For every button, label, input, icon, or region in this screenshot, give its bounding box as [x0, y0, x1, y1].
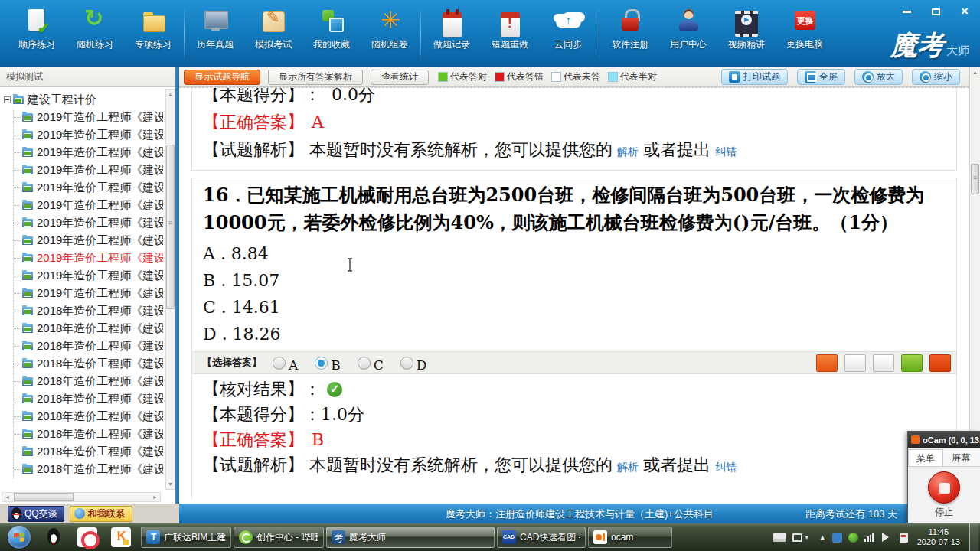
scroll-up-arrow[interactable]: ▲	[166, 90, 175, 99]
toolbar-item-practice-record[interactable]: 做题记录	[423, 5, 481, 51]
report-error-link[interactable]: 纠错	[715, 145, 737, 158]
ocam-stop-button[interactable]	[928, 471, 960, 504]
provide-analysis-link[interactable]: 解析	[617, 145, 639, 158]
scrollbar-thumb[interactable]	[14, 493, 74, 501]
close-button[interactable]: ×	[956, 5, 974, 18]
tree-item[interactable]: 2019年造价工程师《建设	[14, 267, 163, 285]
show-nav-button[interactable]: 显示试题导航	[184, 70, 260, 85]
tree-item[interactable]: 2019年造价工程师《建设	[14, 214, 163, 232]
view-control-button[interactable]: 打印试题	[721, 69, 788, 85]
taskbar-task-button[interactable]: ocam	[588, 527, 672, 548]
hidden-icons-arrow[interactable]: ▲	[819, 533, 826, 541]
tree-root-item[interactable]: 建设工程计价	[3, 90, 163, 109]
toolbar-item-sequence-practice[interactable]: 顺序练习	[8, 5, 66, 51]
taskbar-task-button[interactable]: CAD快速看图 - ...	[497, 527, 586, 548]
taskbar-task-button[interactable]: 创作中心 - 哔哩...	[234, 527, 324, 548]
question-action-button[interactable]	[929, 354, 951, 372]
scrollbar-thumb[interactable]	[971, 164, 979, 194]
tree-item[interactable]: 2018年造价工程师《建设	[14, 302, 163, 320]
tree-item[interactable]: 2018年造价工程师《建设	[14, 373, 163, 390]
collapse-icon[interactable]	[4, 96, 11, 103]
tree-item[interactable]: 2019年造价工程师《建设	[14, 126, 163, 144]
question-action-button[interactable]	[901, 354, 923, 372]
answer-radio[interactable]: D	[400, 357, 427, 370]
tree-horizontal-scrollbar[interactable]: ◄ ►	[2, 492, 161, 502]
answer-radio[interactable]: A	[273, 357, 298, 370]
start-button[interactable]	[8, 526, 31, 549]
scroll-right-arrow[interactable]: ►	[150, 494, 160, 500]
toolbar-item-mock-exam[interactable]: 模拟考试	[244, 5, 302, 51]
tree-item[interactable]: 2019年造价工程师《建设	[14, 161, 163, 179]
tree-item[interactable]: 2019年造价工程师《建设	[14, 249, 163, 267]
qq-chat-button[interactable]: QQ交谈	[8, 506, 64, 522]
view-stats-button[interactable]: 查看统计	[371, 70, 429, 85]
show-answers-button[interactable]: 显示所有答案解析	[268, 70, 363, 85]
ocam-title-bar[interactable]: oCam (0, 0, 13	[908, 432, 980, 448]
view-control-button[interactable]: 放大	[854, 69, 903, 85]
provide-analysis-link[interactable]: 解析	[617, 461, 639, 473]
ocam-menu-button[interactable]: 菜单	[908, 449, 943, 466]
toolbar-item-past-papers[interactable]: 历年真题	[186, 5, 244, 51]
contact-me-button[interactable]: 和我联系	[70, 506, 132, 522]
input-method-icon[interactable]	[792, 533, 802, 542]
answer-radio[interactable]: C	[358, 357, 384, 370]
tree-vertical-scrollbar[interactable]: ▲ ▼	[165, 89, 175, 490]
security-tray-icon[interactable]	[848, 533, 858, 543]
answer-radio[interactable]: B	[315, 357, 341, 370]
tree-item[interactable]: 2018年造价工程师《建设	[14, 355, 163, 373]
toolbar-item-user-center[interactable]: 用户中心	[659, 5, 717, 51]
tree-item[interactable]: 2018年造价工程师《建设	[14, 390, 163, 408]
tree-item[interactable]: 2018年造价工程师《建设	[14, 461, 163, 478]
radio-icon	[315, 357, 328, 370]
tree-item[interactable]: 2019年造价工程师《建设	[14, 197, 163, 214]
minimize-button[interactable]	[897, 5, 916, 18]
toolbar-item-cloud-sync[interactable]: 云同步	[539, 5, 597, 51]
toolbar-item-video-lectures[interactable]: 视频精讲	[717, 5, 776, 51]
scroll-up-arrow[interactable]: ▲	[970, 67, 980, 78]
maximize-button[interactable]	[926, 5, 945, 18]
toolbar-item-random-practice[interactable]: 随机练习	[66, 5, 124, 51]
keyboard-icon[interactable]	[773, 533, 786, 542]
qq-taskbar-icon[interactable]	[44, 527, 64, 547]
input-caret-icon[interactable]: ▾	[805, 534, 808, 541]
action-center-icon[interactable]	[900, 533, 908, 543]
question-action-button[interactable]	[816, 354, 838, 372]
tree-item[interactable]: 2019年造价工程师《建设	[14, 144, 163, 161]
tree-item[interactable]: 2018年造价工程师《建设	[14, 408, 163, 425]
volume-icon[interactable]	[882, 533, 893, 542]
toolbar-item-register[interactable]: 软件注册	[601, 5, 659, 51]
view-control-button[interactable]: 全屏	[797, 69, 845, 85]
question-action-button[interactable]	[844, 354, 866, 372]
toolbar-item-redo-wrong[interactable]: 错题重做	[481, 5, 539, 51]
usb-tray-icon[interactable]	[832, 533, 842, 543]
tree-item[interactable]: 2019年造价工程师《建设	[14, 109, 163, 126]
tree-item[interactable]: 2019年造价工程师《建设	[14, 285, 163, 302]
taskbar-clock[interactable]: 11:45 2020-07-13	[917, 527, 960, 547]
report-error-link[interactable]: 纠错	[715, 461, 737, 473]
scroll-left-arrow[interactable]: ◄	[2, 494, 12, 500]
tree-item[interactable]: 2018年造价工程师《建设	[14, 443, 163, 461]
tree-item[interactable]: 2018年造价工程师《建设	[14, 320, 163, 337]
scrollbar-thumb[interactable]	[166, 145, 175, 309]
tree-item[interactable]: 2018年造价工程师《建设	[14, 337, 163, 355]
view-control-button[interactable]: 缩小	[912, 69, 960, 85]
network-icon[interactable]	[864, 533, 874, 542]
question-action-button[interactable]	[873, 354, 894, 372]
toolbar-item-random-paper[interactable]: 随机组卷	[361, 5, 419, 51]
scroll-down-arrow[interactable]: ▼	[166, 479, 175, 489]
show-desktop-button[interactable]	[969, 523, 978, 551]
toolbar-item-change-pc[interactable]: 更换 更换电脑	[776, 5, 834, 51]
tree-item[interactable]: 2018年造价工程师《建设	[14, 425, 163, 443]
taskbar-task-button[interactable]: 广联达BIM土建...	[141, 527, 231, 548]
toolbar-item-favorites[interactable]: 我的收藏	[302, 5, 361, 51]
tree-item[interactable]: 2019年造价工程师《建设	[14, 232, 163, 249]
security-app-icon[interactable]	[77, 527, 97, 547]
tree-item[interactable]: 2019年造价工程师《建设	[14, 179, 163, 197]
taskbar-task-button[interactable]: 魔考大师	[326, 527, 495, 548]
video-film-icon	[731, 8, 762, 37]
sub-toolbar: 模拟测试 显示试题导航 显示所有答案解析 查看统计 代表答对 代表答错 代表未答…	[0, 67, 980, 87]
k-app-icon[interactable]	[111, 527, 131, 547]
ocam-screen-tab[interactable]: 屏幕	[943, 449, 978, 466]
toolbar-item-special-practice[interactable]: 专项练习	[124, 5, 182, 51]
folder-icon	[22, 219, 33, 227]
